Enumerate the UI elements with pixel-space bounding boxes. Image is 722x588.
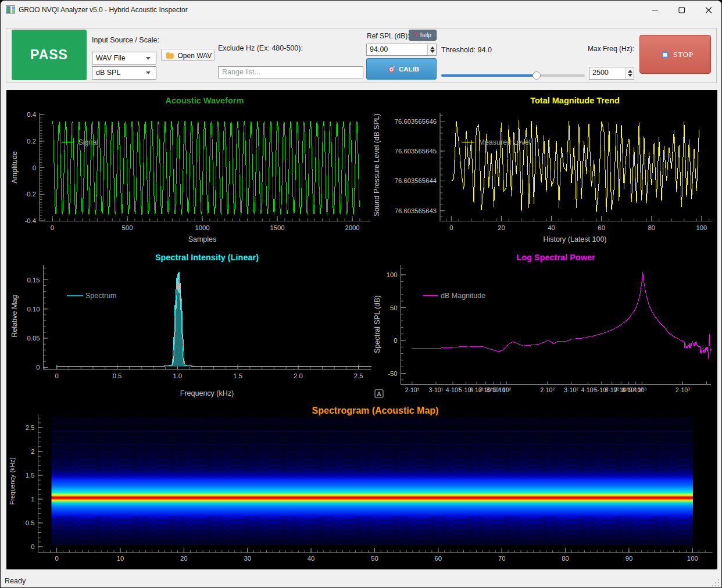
svg-text:Signal: Signal xyxy=(78,138,99,146)
svg-text:Measured Level: Measured Level xyxy=(479,138,531,146)
svg-text:500: 500 xyxy=(122,224,133,231)
svg-text:2.0: 2.0 xyxy=(294,372,303,379)
svg-text:0: 0 xyxy=(449,224,453,231)
svg-text:Samples: Samples xyxy=(188,235,217,243)
svg-text:1500: 1500 xyxy=(270,224,284,231)
svg-text:2000: 2000 xyxy=(345,224,359,231)
svg-text:76.603565646: 76.603565646 xyxy=(395,118,437,125)
svg-text:10²: 10² xyxy=(502,386,512,393)
svg-text:Spectral SPL (dB): Spectral SPL (dB) xyxy=(373,295,381,353)
svg-text:-0.2: -0.2 xyxy=(25,191,36,198)
svg-text:2·10³: 2·10³ xyxy=(675,386,690,393)
svg-text:3·10²: 3·10² xyxy=(564,386,578,393)
svg-text:0: 0 xyxy=(51,224,54,231)
svg-text:2: 2 xyxy=(31,448,34,455)
svg-text:0.5: 0.5 xyxy=(26,519,35,526)
svg-text:4·10¹: 4·10¹ xyxy=(446,386,460,393)
svg-text:10³: 10³ xyxy=(638,386,647,393)
svg-text:Amplitude: Amplitude xyxy=(10,151,19,184)
svg-text:20: 20 xyxy=(180,555,188,562)
svg-text:2·10²: 2·10² xyxy=(540,386,555,393)
svg-text:10: 10 xyxy=(117,555,124,562)
svg-text:70: 70 xyxy=(498,555,506,562)
svg-text:0.05: 0.05 xyxy=(27,335,40,342)
svg-text:Total Magnitude Trend: Total Magnitude Trend xyxy=(530,96,620,105)
svg-text:-0.4: -0.4 xyxy=(25,217,36,224)
svg-text:0: 0 xyxy=(33,164,36,171)
svg-text:1: 1 xyxy=(31,496,34,503)
svg-text:Log Spectral Power: Log Spectral Power xyxy=(516,253,595,262)
svg-text:Spectrum: Spectrum xyxy=(85,292,117,300)
svg-text:dB Magnitude: dB Magnitude xyxy=(441,292,485,300)
svg-text:Spectrogram (Acoustic Map): Spectrogram (Acoustic Map) xyxy=(312,406,439,415)
svg-text:80: 80 xyxy=(648,224,655,231)
svg-text:50: 50 xyxy=(390,304,398,311)
svg-text:20: 20 xyxy=(498,224,505,231)
svg-text:A: A xyxy=(377,390,381,397)
svg-text:2.5: 2.5 xyxy=(26,424,35,431)
svg-text:History (Latest 100): History (Latest 100) xyxy=(543,235,606,243)
svg-text:0.10: 0.10 xyxy=(27,306,40,313)
svg-text:40: 40 xyxy=(308,555,315,562)
svg-text:40: 40 xyxy=(548,224,555,231)
svg-text:100: 100 xyxy=(387,271,398,278)
svg-text:1.0: 1.0 xyxy=(173,372,182,379)
svg-text:0: 0 xyxy=(36,364,40,371)
svg-text:100: 100 xyxy=(687,555,698,562)
svg-text:Frequency (kHz): Frequency (kHz) xyxy=(180,389,234,397)
svg-text:Spectral Intensity (Linear): Spectral Intensity (Linear) xyxy=(155,253,259,262)
svg-text:Frequency (kHz): Frequency (kHz) xyxy=(9,457,16,504)
svg-text:0.4: 0.4 xyxy=(27,111,36,118)
svg-text:0: 0 xyxy=(394,337,397,344)
svg-text:1000: 1000 xyxy=(195,224,209,231)
svg-text:-50: -50 xyxy=(388,370,397,377)
svg-text:76.603565645: 76.603565645 xyxy=(395,148,437,155)
svg-text:Sound Pressure Level (dB SPL): Sound Pressure Level (dB SPL) xyxy=(373,113,381,216)
svg-text:90: 90 xyxy=(626,555,633,562)
svg-text:0: 0 xyxy=(55,372,59,379)
svg-text:0: 0 xyxy=(55,555,58,562)
svg-text:0: 0 xyxy=(31,543,34,550)
svg-text:60: 60 xyxy=(435,555,442,562)
svg-text:3·10¹: 3·10¹ xyxy=(429,386,444,393)
svg-text:0.15: 0.15 xyxy=(27,277,40,284)
svg-text:2·10¹: 2·10¹ xyxy=(405,386,420,393)
svg-text:1.5: 1.5 xyxy=(26,472,35,479)
svg-text:80: 80 xyxy=(562,555,569,562)
svg-text:30: 30 xyxy=(244,555,251,562)
svg-text:76.603565643: 76.603565643 xyxy=(395,207,437,214)
svg-text:0.2: 0.2 xyxy=(27,138,36,145)
svg-text:4·10²: 4·10² xyxy=(581,386,595,393)
svg-text:2.5: 2.5 xyxy=(354,372,363,379)
svg-text:76.603565644: 76.603565644 xyxy=(395,177,437,184)
svg-text:50: 50 xyxy=(371,555,378,562)
svg-text:100: 100 xyxy=(696,224,707,231)
svg-text:0.5: 0.5 xyxy=(113,372,122,379)
svg-text:60: 60 xyxy=(598,224,605,231)
svg-text:1.5: 1.5 xyxy=(233,372,242,379)
svg-text:Acoustic Waveform: Acoustic Waveform xyxy=(166,96,244,105)
svg-text:Relative Mag: Relative Mag xyxy=(10,295,19,337)
